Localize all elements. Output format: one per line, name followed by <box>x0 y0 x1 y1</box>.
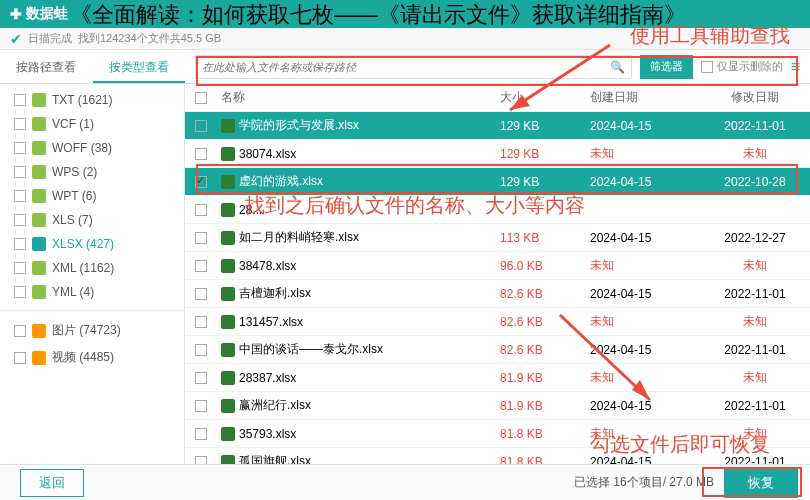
table-row[interactable]: 孤国旗舰.xlsx81.8 KB2024-04-152022-11-01 <box>185 448 810 464</box>
table-row[interactable]: 38478.xlsx96.0 KB未知未知 <box>185 252 810 280</box>
row-checkbox[interactable] <box>195 456 207 465</box>
folder-icon <box>32 285 46 299</box>
folder-icon <box>32 165 46 179</box>
cell-modify: 未知 <box>700 369 810 386</box>
cell-size: 129 KB <box>500 175 590 189</box>
cell-name: 如二月的料峭轻寒.xlsx <box>217 229 500 246</box>
checkbox-icon <box>14 262 26 274</box>
table-row[interactable]: 35793.xlsx81.8 KB未知未知 <box>185 420 810 448</box>
cell-name: 虚幻的游戏.xlsx <box>217 173 500 190</box>
sidebar-item[interactable]: WPS (2) <box>0 160 184 184</box>
row-checkbox[interactable] <box>195 176 207 188</box>
checkbox-icon <box>14 166 26 178</box>
checkbox-icon <box>14 190 26 202</box>
folder-icon <box>32 324 46 338</box>
tab-by-type[interactable]: 按类型查看 <box>93 50 186 83</box>
cell-size: 82.6 KB <box>500 315 590 329</box>
cell-name: 中国的谈话——泰戈尔.xlsx <box>217 341 500 358</box>
row-checkbox[interactable] <box>195 372 207 384</box>
cell-modify: 2022-11-01 <box>700 399 810 413</box>
table-row[interactable]: 虚幻的游戏.xlsx129 KB2024-04-152022-10-28 <box>185 168 810 196</box>
row-checkbox[interactable] <box>195 232 207 244</box>
sidebar-label: TXT (1621) <box>52 93 112 107</box>
cell-name: 28... <box>217 203 500 217</box>
header-size[interactable]: 大小 <box>500 89 590 106</box>
folder-icon <box>32 261 46 275</box>
cell-modify: 2022-10-28 <box>700 175 810 189</box>
table-row[interactable]: 如二月的料峭轻寒.xlsx113 KB2024-04-152022-12-27 <box>185 224 810 252</box>
cell-size: 82.6 KB <box>500 343 590 357</box>
filter-button[interactable]: 筛选器 <box>640 55 693 79</box>
header-create[interactable]: 创建日期 <box>590 89 700 106</box>
row-checkbox[interactable] <box>195 344 207 356</box>
sidebar-item[interactable]: WPT (6) <box>0 184 184 208</box>
cell-name: 孤国旗舰.xlsx <box>217 453 500 464</box>
cell-name: 吉檀迦利.xlsx <box>217 285 500 302</box>
table-row[interactable]: 学院的形式与发展.xlsx129 KB2024-04-152022-11-01 <box>185 112 810 140</box>
header-name[interactable]: 名称 <box>217 89 500 106</box>
cell-create: 未知 <box>590 425 700 442</box>
cell-create: 2024-04-15 <box>590 231 700 245</box>
row-checkbox[interactable] <box>195 400 207 412</box>
search-icon[interactable]: 🔍 <box>610 60 625 74</box>
back-button[interactable]: 返回 <box>20 469 84 497</box>
only-deleted-checkbox[interactable]: 仅显示删除的 <box>701 59 783 74</box>
cell-size: 81.8 KB <box>500 455 590 465</box>
cell-modify: 2022-11-01 <box>700 343 810 357</box>
sidebar-item[interactable]: XLSX (427) <box>0 232 184 256</box>
xlsx-icon <box>221 455 235 465</box>
sidebar-label: XLS (7) <box>52 213 93 227</box>
sidebar-item[interactable]: VCF (1) <box>0 112 184 136</box>
row-checkbox[interactable] <box>195 120 207 132</box>
sidebar-item[interactable]: XML (1162) <box>0 256 184 280</box>
search-input[interactable] <box>202 61 610 73</box>
sidebar-label: WPS (2) <box>52 165 97 179</box>
table-row[interactable]: 38074.xlsx129 KB未知未知 <box>185 140 810 168</box>
sidebar-item[interactable]: 图片 (74723) <box>0 317 184 344</box>
check-icon: ✔ <box>10 31 22 47</box>
xlsx-icon <box>221 427 235 441</box>
sidebar-item[interactable]: WOFF (38) <box>0 136 184 160</box>
menu-icon[interactable]: ≡ <box>791 58 800 76</box>
row-checkbox[interactable] <box>195 204 207 216</box>
row-checkbox[interactable] <box>195 288 207 300</box>
cell-name: 学院的形式与发展.xlsx <box>217 117 500 134</box>
row-checkbox[interactable] <box>195 428 207 440</box>
xlsx-icon <box>221 371 235 385</box>
table-row[interactable]: 131457.xlsx82.6 KB未知未知 <box>185 308 810 336</box>
sidebar-item[interactable]: TXT (1621) <box>0 88 184 112</box>
cell-create: 未知 <box>590 369 700 386</box>
table-row[interactable]: 吉檀迦利.xlsx82.6 KB2024-04-152022-11-01 <box>185 280 810 308</box>
cell-name: 131457.xlsx <box>217 315 500 329</box>
cell-create: 2024-04-15 <box>590 343 700 357</box>
sidebar-label: YML (4) <box>52 285 94 299</box>
table-row[interactable]: 赢洲纪行.xlsx81.9 KB2024-04-152022-11-01 <box>185 392 810 420</box>
cell-modify: 2022-12-27 <box>700 231 810 245</box>
toolbar: 🔍 筛选器 仅显示删除的 ≡ <box>185 50 810 83</box>
folder-icon <box>32 213 46 227</box>
row-checkbox[interactable] <box>195 148 207 160</box>
row-checkbox[interactable] <box>195 260 207 272</box>
xlsx-icon <box>221 147 235 161</box>
cell-name: 38478.xlsx <box>217 259 500 273</box>
cell-modify: 2022-11-01 <box>700 119 810 133</box>
scan-status-bar: ✔ 日描完成 找到124234个文件共45.5 GB <box>0 28 810 50</box>
cell-size: 81.9 KB <box>500 371 590 385</box>
table-row[interactable]: 28... <box>185 196 810 224</box>
table-row[interactable]: 中国的谈话——泰戈尔.xlsx82.6 KB2024-04-152022-11-… <box>185 336 810 364</box>
table-row[interactable]: 28387.xlsx81.9 KB未知未知 <box>185 364 810 392</box>
row-checkbox[interactable] <box>195 316 207 328</box>
recover-button[interactable]: 恢复 <box>724 468 798 498</box>
sidebar-item[interactable]: YML (4) <box>0 280 184 304</box>
header-modify[interactable]: 修改日期 <box>700 89 810 106</box>
cell-modify: 未知 <box>700 313 810 330</box>
folder-icon <box>32 351 46 365</box>
sidebar-item[interactable]: XLS (7) <box>0 208 184 232</box>
cell-name: 赢洲纪行.xlsx <box>217 397 500 414</box>
cell-create: 2024-04-15 <box>590 455 700 465</box>
sidebar-item[interactable]: 视频 (4485) <box>0 344 184 371</box>
tab-by-path[interactable]: 按路径查看 <box>0 50 93 83</box>
cell-create: 2024-04-15 <box>590 119 700 133</box>
checkbox-icon <box>14 142 26 154</box>
select-all-checkbox[interactable] <box>195 92 207 104</box>
